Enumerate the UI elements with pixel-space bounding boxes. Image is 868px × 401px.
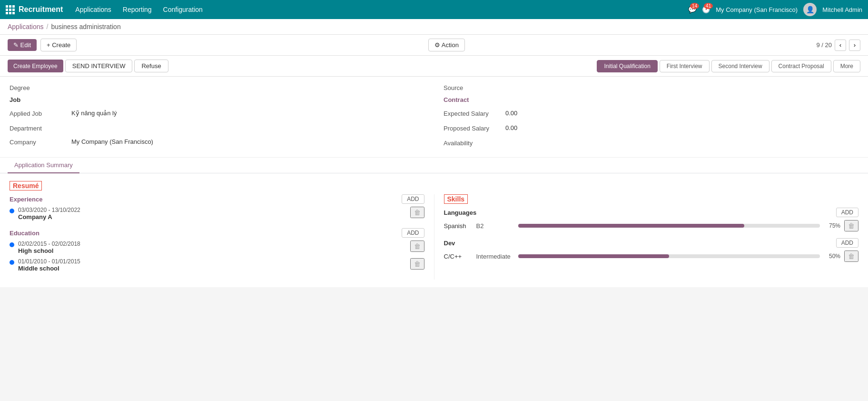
skill-cat-dev: Dev ADD [444,238,859,248]
edit-button[interactable]: ✎ Edit [8,39,37,51]
stage-bar: Create Employee SEND INTERVIEW Refuse In… [0,56,868,77]
next-button[interactable]: › [849,40,860,51]
experience-content: 03/03/2020 - 13/10/2022 Company A [18,207,406,221]
brand[interactable]: Recruitment [6,5,63,14]
education-date-1: 01/01/2010 - 01/01/2015 [18,258,406,265]
education-title: Education ADD [10,228,424,238]
activity-btn[interactable]: 🕐 41 [702,6,710,13]
education-delete-btn-0[interactable]: 🗑 [410,241,424,252]
degree-value [71,82,424,85]
resume-scroll[interactable]: Experience ADD 03/03/2020 - 13/10/2022 C… [10,194,424,280]
department-value [71,123,424,126]
form-row: Degree Job Applied Job Kỹ năng quản lý D… [10,82,858,151]
tab-application-summary[interactable]: Application Summary [8,158,79,173]
education-content-1: 01/01/2010 - 01/01/2015 Middle school [18,258,406,272]
messages-btn[interactable]: 💬 14 [688,6,696,13]
skills-scroll[interactable]: Languages ADD Spanish B2 75% 🗑 [444,208,859,269]
activity-badge: 41 [704,3,713,9]
skill-progress-spanish [518,224,820,228]
stage-initial-qualification[interactable]: Initial Qualification [597,60,657,72]
education-dot-0 [10,242,14,247]
top-nav-right: 💬 14 🕐 41 My Company (San Francisco) 👤 M… [688,3,862,16]
skill-progress-cpp [518,254,820,258]
department-label: Department [10,123,67,132]
experience-delete-btn[interactable]: 🗑 [410,207,424,218]
education-name-1: Middle school [18,265,406,272]
experience-title: Experience ADD [10,194,424,204]
education-items: 02/02/2015 - 02/02/2018 High school 🗑 01… [10,241,424,272]
stage-contract-proposal[interactable]: Contract Proposal [771,60,831,72]
expected-salary-label: Expected Salary [444,108,501,117]
education-date-0: 02/02/2015 - 02/02/2018 [18,241,406,247]
applied-job-group: Applied Job Kỹ năng quản lý [10,108,424,118]
availability-group: Availability [444,138,858,147]
breadcrumb: Applications / business administration [0,19,868,35]
stage-steps: Initial Qualification First Interview Se… [597,60,860,72]
experience-subsection: Experience ADD 03/03/2020 - 13/10/2022 C… [10,194,424,221]
resume-section: Resumé Experience ADD [0,173,868,287]
department-group: Department [10,123,424,132]
experience-date: 03/03/2020 - 13/10/2022 [18,207,406,213]
stage-actions: Create Employee SEND INTERVIEW Refuse [8,60,168,72]
prev-button[interactable]: ‹ [835,40,846,51]
nav-reporting[interactable]: Reporting [118,4,157,15]
skill-pct-cpp: 50% [824,253,840,260]
tab-bar: Application Summary [0,158,868,173]
nav-configuration[interactable]: Configuration [158,4,207,15]
company-label: Company [10,137,67,146]
form-right: Source Contract Expected Salary 0.00 Pro… [444,82,858,151]
brand-name: Recruitment [19,5,63,14]
experience-add-btn[interactable]: ADD [402,194,424,204]
education-name-0: High school [18,247,406,254]
education-delete-btn-1[interactable]: 🗑 [410,258,424,270]
resume-title: Resumé [10,181,42,190]
stage-first-interview[interactable]: First Interview [660,60,710,72]
availability-label: Availability [444,138,501,147]
stage-more[interactable]: More [833,60,860,72]
availability-value [505,138,858,140]
user-name: Mitchell Admin [822,6,862,13]
send-interview-button[interactable]: SEND INTERVIEW [65,60,133,72]
source-group: Source [444,82,858,91]
create-employee-button[interactable]: Create Employee [8,60,63,72]
form-left: Degree Job Applied Job Kỹ năng quản lý D… [10,82,424,151]
skill-delete-spanish[interactable]: 🗑 [844,220,858,231]
pagination: 9 / 20 ‹ › [816,40,860,51]
experience-dot [10,209,14,213]
company-value: My Company (San Francisco) [71,137,424,147]
create-button[interactable]: + Create [40,39,77,51]
skill-level-cpp: Intermediate [476,253,514,260]
skill-category-dev: Dev ADD C/C++ Intermediate 50% 🗑 [444,238,859,262]
experience-name: Company A [18,213,406,221]
company-name: My Company (San Francisco) [716,6,798,13]
skill-delete-cpp[interactable]: 🗑 [844,251,858,262]
contract-title: Contract [444,96,858,103]
expected-salary-value: 0.00 [505,108,858,118]
languages-add-btn[interactable]: ADD [836,208,858,217]
skill-bar-spanish [518,224,745,228]
nav-applications[interactable]: Applications [70,4,116,15]
skill-row-spanish: Spanish B2 75% 🗑 [444,220,859,231]
breadcrumb-separator: / [47,23,49,30]
company-group: Company My Company (San Francisco) [10,137,424,147]
education-subsection: Education ADD 02/02/2015 - 02/02/2018 Hi… [10,228,424,272]
skill-bar-cpp [518,254,669,258]
proposed-salary-group: Proposed Salary 0.00 [444,123,858,133]
top-nav: Recruitment Applications Reporting Confi… [0,0,868,19]
skill-row-cpp: C/C++ Intermediate 50% 🗑 [444,251,859,262]
form-section: Degree Job Applied Job Kỹ năng quản lý D… [0,77,868,158]
user-avatar: 👤 [803,3,817,16]
dev-add-btn[interactable]: ADD [836,238,858,248]
resume-left: Experience ADD 03/03/2020 - 13/10/2022 C… [10,194,434,280]
education-item-1: 01/01/2010 - 01/01/2015 Middle school 🗑 [10,258,424,272]
action-button[interactable]: ⚙ Action [428,39,465,51]
education-add-btn[interactable]: ADD [402,228,424,238]
stage-second-interview[interactable]: Second Interview [711,60,769,72]
proposed-salary-label: Proposed Salary [444,123,501,132]
degree-label: Degree [10,82,67,91]
skill-pct-spanish: 75% [824,222,840,229]
skills-title: Skills [444,194,468,204]
breadcrumb-parent[interactable]: Applications [8,23,44,30]
skill-name-spanish: Spanish [444,222,473,230]
refuse-button[interactable]: Refuse [134,60,168,72]
